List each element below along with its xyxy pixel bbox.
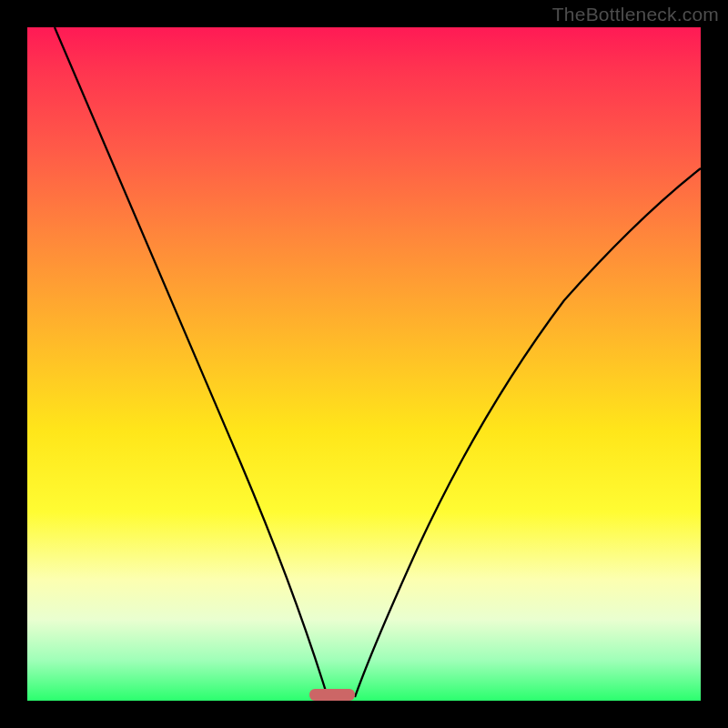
chart-frame: TheBottleneck.com bbox=[0, 0, 728, 728]
curve-layer bbox=[27, 27, 701, 701]
left-curve bbox=[55, 27, 328, 697]
right-curve bbox=[355, 168, 701, 697]
bottleneck-marker bbox=[309, 689, 355, 701]
watermark-text: TheBottleneck.com bbox=[552, 4, 719, 25]
